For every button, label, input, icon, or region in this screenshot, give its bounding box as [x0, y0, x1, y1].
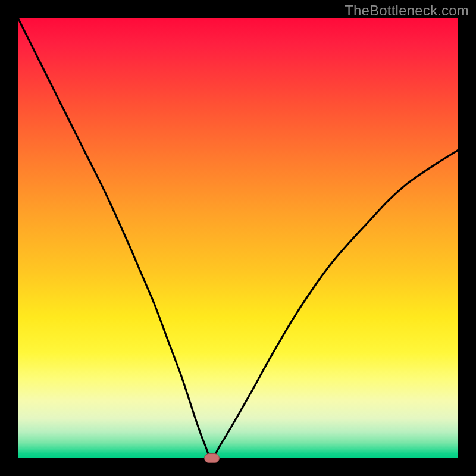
optimal-marker	[204, 453, 220, 463]
bottleneck-curve	[18, 18, 458, 458]
chart-frame: TheBottleneck.com	[0, 0, 476, 476]
curve-path	[18, 18, 458, 458]
plot-area	[18, 18, 458, 458]
watermark-text: TheBottleneck.com	[345, 2, 469, 19]
